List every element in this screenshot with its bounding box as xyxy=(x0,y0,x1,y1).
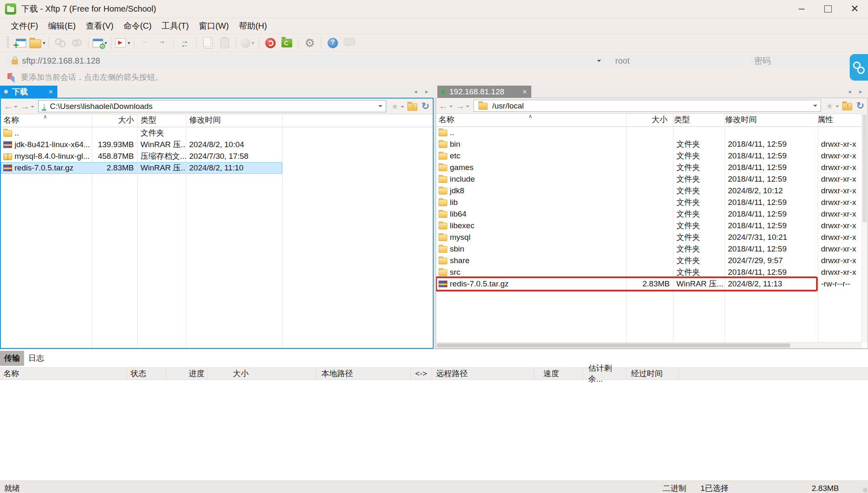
column-header-attributes[interactable]: 属性 xyxy=(814,114,868,126)
..[interactable]: .. xyxy=(436,127,868,138)
column-header-modified[interactable]: 修改时间 xyxy=(186,114,282,127)
minimize-button[interactable]: ─ xyxy=(788,0,815,17)
transfer-column-header[interactable]: <-> xyxy=(411,368,432,380)
password-input[interactable]: 密码 xyxy=(749,54,865,68)
dropdown-caret-icon[interactable]: ▾ xyxy=(43,40,45,46)
maximize-button[interactable] xyxy=(815,0,841,17)
transfer-column-header[interactable]: 状态 xyxy=(127,368,166,380)
local-refresh-button[interactable]: ↻ xyxy=(418,100,433,113)
remote-refresh-button[interactable]: ↻ xyxy=(853,100,868,112)
tab-close-icon[interactable]: ✕ xyxy=(522,89,527,95)
xftp-button[interactable]: ▾ xyxy=(279,35,295,50)
back-icon[interactable]: ← xyxy=(439,101,448,111)
column-header-modified[interactable]: 修改时间 xyxy=(722,114,814,126)
address-input[interactable]: sftp://192.168.81.128 xyxy=(7,54,605,68)
scrollbar-thumb[interactable] xyxy=(437,343,790,348)
synchronize-button[interactable]: ▾ xyxy=(177,35,193,50)
local-bookmark-button[interactable]: ★ xyxy=(388,100,407,113)
include[interactable]: include 文件夹 2018/4/11, 12:59 drwxr-xr-x xyxy=(436,173,868,185)
resize-grip[interactable] xyxy=(863,488,867,492)
tab-scroll-arrows-right-pane[interactable]: ◂ ▸ xyxy=(848,88,866,95)
disconnect-button[interactable]: ▾ xyxy=(52,35,69,50)
tab-close-icon[interactable]: ✕ xyxy=(48,89,53,95)
jdk8[interactable]: jdk8 文件夹 2024/8/2, 10:12 drwxr-xr-x xyxy=(436,185,868,197)
address-dropdown-icon[interactable] xyxy=(597,60,601,64)
redis-7.0.5.tar.gz[interactable]: redis-7.0.5.tar.gz 2.83MB WinRAR 压... 20… xyxy=(1,162,282,174)
xshell-button[interactable]: ▾ xyxy=(262,35,279,50)
remote-bookmark-button[interactable]: ★ xyxy=(823,100,841,112)
etc[interactable]: etc 文件夹 2018/4/11, 12:59 drwxr-xr-x xyxy=(436,150,868,162)
menu-item[interactable]: 文件(F) xyxy=(6,19,43,33)
run-button[interactable]: ▾ xyxy=(114,35,131,50)
column-header-size[interactable]: 大小 xyxy=(624,114,671,126)
paste-button[interactable]: ▾ xyxy=(216,35,233,50)
src[interactable]: src 文件夹 2018/4/11, 12:59 drwxr-xr-x xyxy=(436,266,868,278)
games[interactable]: games 文件夹 2018/4/11, 12:59 drwxr-xr-x xyxy=(436,162,868,173)
transfer-column-header[interactable]: 名称 xyxy=(0,368,127,380)
transfer-to-local-button[interactable]: ▾ xyxy=(137,35,154,50)
forward-icon[interactable]: → xyxy=(20,101,30,111)
menu-item[interactable]: 窗口(W) xyxy=(194,19,234,33)
menu-item[interactable]: 帮助(H) xyxy=(234,19,272,33)
forward-history-caret-icon[interactable] xyxy=(31,106,34,109)
remote-path-input[interactable]: /usr/local xyxy=(473,100,821,112)
back-icon[interactable]: ← xyxy=(3,101,13,111)
feedback-button[interactable]: ▾ xyxy=(341,35,358,50)
dropdown-caret-icon[interactable]: ▾ xyxy=(252,40,254,46)
path-dropdown-icon[interactable] xyxy=(378,105,382,109)
column-header-type[interactable]: 类型 xyxy=(137,114,186,127)
menu-item[interactable]: 命令(C) xyxy=(118,19,157,33)
open-button[interactable]: ▾ xyxy=(29,35,46,50)
transfer-column-header[interactable]: 经过时间 xyxy=(626,368,679,380)
dropdown-caret-icon[interactable]: ▾ xyxy=(128,40,130,46)
tab-scroll-arrows-left-pane[interactable]: ◂ ▸ xyxy=(414,88,432,95)
copy-button[interactable]: ▾ xyxy=(200,35,216,50)
mysql[interactable]: mysql 文件夹 2024/7/31, 10:21 drwxr-xr-x xyxy=(436,232,868,243)
bookmark-caret-icon[interactable] xyxy=(401,106,404,109)
column-header-name[interactable]: 名称∧ xyxy=(1,114,92,127)
forward-history-caret-icon[interactable] xyxy=(466,106,469,109)
horizontal-scrollbar[interactable] xyxy=(436,342,862,348)
transfer-column-header[interactable]: 速度 xyxy=(534,368,583,380)
libexec[interactable]: libexec 文件夹 2018/4/11, 12:59 drwxr-xr-x xyxy=(436,220,868,232)
transfer-column-header[interactable]: 估计剩余... xyxy=(583,368,626,380)
transfer-column-header[interactable]: 远程路径 xyxy=(432,368,534,380)
session-link-button[interactable] xyxy=(850,54,868,81)
local-home-button[interactable]: ↑ xyxy=(407,100,418,113)
help-button[interactable]: ▾ xyxy=(324,35,341,50)
settings-button[interactable]: ▾ xyxy=(301,35,318,50)
transfer-column-header[interactable]: 进度 xyxy=(166,368,208,380)
sphere-button[interactable]: ▾ xyxy=(239,35,256,50)
column-header-type[interactable]: 类型 xyxy=(671,114,722,126)
transfer-column-header[interactable]: 本地路径 xyxy=(316,368,411,380)
session-properties-button[interactable]: ▾ xyxy=(91,35,108,50)
transfer-column-header[interactable]: 大小 xyxy=(208,368,316,380)
redis-7.0.5.tar.gz[interactable]: redis-7.0.5.tar.gz 2.83MB WinRAR 压... 20… xyxy=(436,278,868,290)
back-history-caret-icon[interactable] xyxy=(449,106,453,109)
tab-local-downloads[interactable]: 下载 ✕ xyxy=(0,86,57,98)
back-history-caret-icon[interactable] xyxy=(14,106,17,109)
new-session-button[interactable]: ▾ xyxy=(12,35,29,50)
menu-item[interactable]: 工具(T) xyxy=(157,19,194,33)
tab-remote-session[interactable]: 192.168.81.128 ✕ xyxy=(437,86,531,98)
jdk-8u421-linux-x64...[interactable]: jdk-8u421-linux-x64... 139.93MB WinRAR 压… xyxy=(1,139,282,150)
vertical-scrollbar[interactable] xyxy=(861,113,868,343)
remote-home-button[interactable]: ↑ xyxy=(841,100,853,112)
column-header-name[interactable]: 名称∧ xyxy=(436,114,624,126)
..[interactable]: .. 文件夹 xyxy=(1,127,282,139)
tab-log[interactable]: 日志 xyxy=(24,351,48,366)
tab-transfer[interactable]: 传输 xyxy=(0,351,24,366)
local-path-input[interactable]: ↓ C:\Users\lishaolei\Downloads xyxy=(38,100,386,112)
bin[interactable]: bin 文件夹 2018/4/11, 12:59 drwxr-xr-x xyxy=(436,138,868,150)
username-input[interactable]: root xyxy=(610,54,745,68)
bookmark-caret-icon[interactable] xyxy=(836,106,839,109)
path-dropdown-icon[interactable] xyxy=(813,105,817,109)
share[interactable]: share 文件夹 2024/7/29, 9:57 drwxr-xr-x xyxy=(436,255,868,266)
lib[interactable]: lib 文件夹 2018/4/11, 12:59 drwxr-xr-x xyxy=(436,197,868,208)
lib64[interactable]: lib64 文件夹 2018/4/11, 12:59 drwxr-xr-x xyxy=(436,208,868,220)
mysql-8.4.0-linux-gl...[interactable]: mysql-8.4.0-linux-gl... 458.87MB 压缩存档文..… xyxy=(1,150,282,162)
sbin[interactable]: sbin 文件夹 2018/4/11, 12:59 drwxr-xr-x xyxy=(436,243,868,255)
forward-icon[interactable]: → xyxy=(455,101,465,111)
menu-item[interactable]: 查看(V) xyxy=(81,19,118,33)
close-button[interactable]: ✕ xyxy=(841,0,868,17)
